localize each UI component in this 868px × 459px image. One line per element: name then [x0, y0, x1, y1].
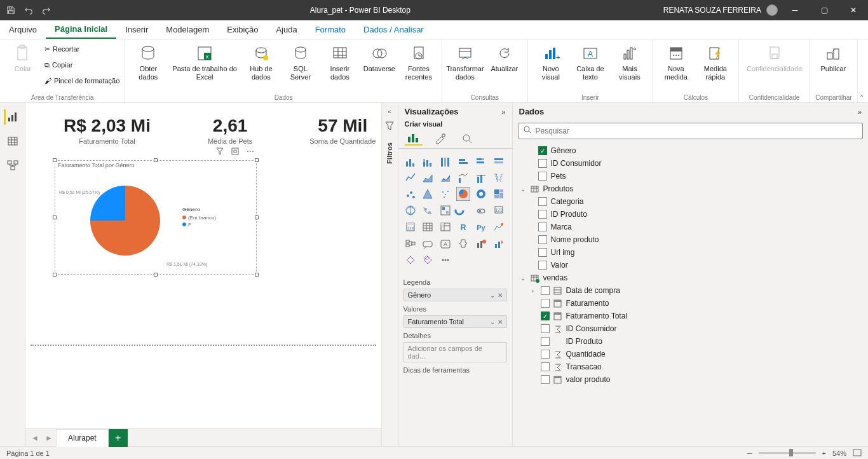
visual-type-option[interactable]	[403, 187, 417, 201]
cut-button[interactable]: ✂Recortar	[44, 42, 119, 56]
card-faturamento-total[interactable]: R$ 2,03 Mi Faturamento Total	[64, 116, 151, 145]
visual-type-option[interactable]: R	[456, 220, 470, 234]
field-item[interactable]: Faturamento	[517, 297, 865, 310]
checkbox[interactable]	[541, 299, 550, 308]
visual-type-option[interactable]	[403, 170, 417, 184]
format-painter-button[interactable]: 🖌Pincel de formatação	[44, 74, 119, 88]
visual-type-option[interactable]	[492, 236, 506, 250]
minimize-button[interactable]: ─	[780, 0, 810, 20]
model-view-icon[interactable]	[5, 158, 20, 173]
close-button[interactable]: ✕	[839, 0, 868, 20]
visual-type-option[interactable]	[438, 203, 452, 217]
table-vendas[interactable]: ⌄vendas	[517, 271, 865, 284]
next-page-icon[interactable]: ►	[42, 431, 56, 445]
expand-pane-icon[interactable]: »	[501, 108, 505, 116]
data-hub-button[interactable]: Hub de dados	[243, 42, 279, 81]
visual-type-option[interactable]	[456, 170, 470, 184]
checkbox[interactable]	[541, 350, 550, 359]
resize-handle[interactable]	[53, 216, 57, 219]
checkbox[interactable]	[538, 172, 547, 181]
visual-type-option[interactable]	[421, 236, 435, 250]
visual-type-option[interactable]	[421, 203, 435, 217]
visual-type-option[interactable]	[474, 154, 488, 168]
visual-type-option[interactable]	[474, 187, 488, 201]
user-avatar[interactable]	[766, 4, 778, 16]
field-item[interactable]: ›Data de compra	[517, 284, 865, 297]
checkbox[interactable]	[541, 362, 550, 371]
visual-type-option[interactable]	[438, 253, 452, 267]
visual-type-option[interactable]	[492, 154, 506, 168]
recent-sources-button[interactable]: Fontes recentes	[401, 42, 437, 81]
well-values[interactable]: Faturamento Total⌄✕	[403, 315, 507, 328]
visual-type-option[interactable]: 123	[492, 203, 506, 217]
visual-type-option[interactable]	[438, 220, 452, 234]
visual-type-option[interactable]: A	[438, 236, 452, 250]
excel-workbook-button[interactable]: XPasta de trabalho do Excel	[170, 42, 240, 81]
visual-type-option[interactable]	[456, 154, 470, 168]
visual-type-option[interactable]	[474, 170, 488, 184]
card-soma-quantidade[interactable]: 57 Mil Soma de Quantidade	[309, 116, 376, 145]
prev-page-icon[interactable]: ◄	[28, 431, 42, 445]
checkbox[interactable]	[538, 159, 547, 168]
field-item[interactable]: Quantidade	[517, 348, 865, 360]
tab-exibicao[interactable]: Exibição	[218, 20, 267, 39]
tab-ajuda[interactable]: Ajuda	[267, 20, 306, 39]
well-details[interactable]: Adicionar os campos de dad…	[403, 342, 507, 362]
card-media-pets[interactable]: 2,61 Média de Pets	[208, 116, 252, 145]
new-visual-button[interactable]: +Novo visual	[533, 42, 569, 81]
more-visuals-button[interactable]: Mais visuais	[612, 42, 648, 81]
remove-field-icon[interactable]: ✕	[498, 292, 503, 299]
checkbox[interactable]	[541, 375, 550, 384]
more-options-icon[interactable]: ⋯	[245, 146, 256, 157]
table-produtos[interactable]: ⌄Produtos	[517, 182, 865, 195]
visual-type-option[interactable]	[492, 220, 506, 234]
sql-server-button[interactable]: SQL Server	[283, 42, 318, 81]
search-input[interactable]	[536, 127, 858, 135]
resize-handle[interactable]	[255, 216, 259, 219]
resize-handle[interactable]	[154, 158, 158, 162]
filter-icon[interactable]	[214, 146, 226, 157]
remove-field-icon[interactable]: ✕	[498, 319, 503, 325]
data-view-icon[interactable]	[5, 134, 20, 149]
add-page-button[interactable]: +	[109, 429, 128, 447]
copy-button[interactable]: ⧉Copiar	[44, 58, 119, 72]
undo-icon[interactable]	[23, 4, 34, 16]
focus-mode-icon[interactable]	[229, 146, 241, 157]
visual-type-option[interactable]	[456, 236, 470, 250]
format-visual-tab[interactable]	[431, 132, 449, 146]
field-item[interactable]: ID Consumidor	[517, 322, 865, 335]
redo-icon[interactable]	[41, 4, 52, 16]
well-legend[interactable]: Gênero⌄✕	[403, 289, 507, 301]
checkbox[interactable]: ✓	[538, 146, 547, 155]
zoom-slider[interactable]	[759, 452, 816, 454]
zoom-out-icon[interactable]: ─	[747, 449, 752, 457]
checkbox[interactable]	[538, 235, 547, 244]
visual-type-option[interactable]	[438, 154, 452, 168]
zoom-in-icon[interactable]: +	[822, 449, 826, 457]
build-visual-tab[interactable]	[405, 132, 423, 146]
visual-type-option[interactable]	[421, 154, 435, 168]
publish-button[interactable]: Publicar	[815, 42, 851, 73]
dataverse-button[interactable]: Dataverse	[362, 42, 397, 73]
field-item[interactable]: ID Produto	[517, 208, 865, 221]
transform-data-button[interactable]: Transformar dados	[447, 42, 483, 81]
field-item[interactable]: Pets	[517, 170, 865, 182]
tab-dados-analisar[interactable]: Dados / Analisar	[355, 20, 433, 39]
checkbox[interactable]	[538, 223, 547, 231]
maximize-button[interactable]: ▢	[810, 0, 839, 20]
visual-type-option[interactable]	[492, 170, 506, 184]
visual-type-option[interactable]	[421, 187, 435, 201]
tab-inserir[interactable]: Inserir	[116, 20, 157, 39]
pie-chart-visual[interactable]: ⋯ Faturamento Total por Gênero	[55, 160, 257, 275]
visual-type-option[interactable]	[456, 203, 470, 217]
expand-pane-icon[interactable]: »	[858, 108, 862, 116]
field-item[interactable]: Valor	[517, 259, 865, 271]
checkbox[interactable]	[538, 210, 547, 219]
visual-type-option[interactable]	[474, 203, 488, 217]
resize-handle[interactable]	[53, 273, 57, 277]
analytics-tab[interactable]	[458, 132, 476, 146]
visual-type-option[interactable]: Py	[474, 220, 488, 234]
checkbox[interactable]	[541, 286, 550, 295]
refresh-button[interactable]: Atualizar	[487, 42, 522, 73]
visual-type-pie-chart[interactable]	[456, 187, 470, 201]
